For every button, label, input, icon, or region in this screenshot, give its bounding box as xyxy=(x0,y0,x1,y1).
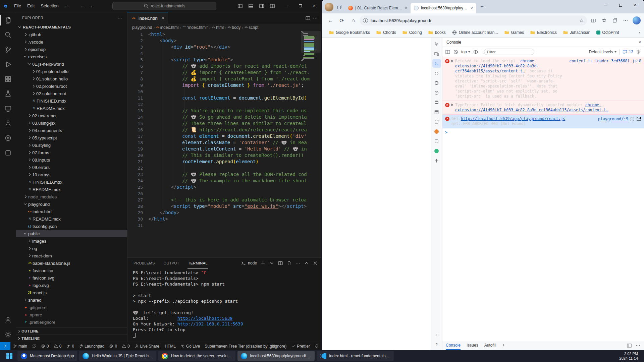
tree-item-09-errors[interactable]: 09.errors xyxy=(16,164,127,171)
tab-actions-icon[interactable] xyxy=(335,3,343,11)
tree-item-og[interactable]: og xyxy=(16,245,127,252)
testing-icon[interactable] xyxy=(0,86,16,101)
info-icon[interactable]: i xyxy=(630,117,634,121)
browser-page[interactable] xyxy=(322,38,431,350)
remote-explorer-icon[interactable] xyxy=(0,101,16,116)
more-tools-icon[interactable] xyxy=(432,330,441,339)
taskbar-button-edge[interactable]: Hello World in JS | Epic React by K... xyxy=(79,351,156,361)
tree-item-01-problem-hello[interactable]: 01.problem.hello xyxy=(16,68,127,75)
errors-secondary[interactable]: 0 xyxy=(107,342,119,350)
favorite-books[interactable]: books xyxy=(425,29,448,36)
code-line-24[interactable]: 24 // 🐨 The example in the markdown file… xyxy=(127,178,321,184)
tree-item-10-arrays[interactable]: 10.arrays xyxy=(16,171,127,178)
favorite-games[interactable]: Games xyxy=(501,29,527,36)
command-center-search[interactable]: react-fundamentals xyxy=(112,2,216,10)
start-button[interactable] xyxy=(3,351,15,361)
minimize-button[interactable] xyxy=(279,0,293,12)
console-prompt[interactable]: > xyxy=(442,128,644,137)
tree-item-03-using-jsx[interactable]: 03.using-jsx xyxy=(16,119,127,127)
breadcrumb-item[interactable]: <>index.html xyxy=(156,25,178,30)
code-line-30[interactable]: 30</html> xyxy=(127,216,321,222)
code-line-19[interactable]: 19 element.textContent = 'Hello World' /… xyxy=(127,146,321,152)
maximize-button[interactable] xyxy=(613,0,628,10)
drawer-tab-console[interactable]: Console xyxy=(446,341,461,350)
browser-profile-avatar[interactable] xyxy=(325,3,333,11)
code-line-23[interactable]: 23 // 🐨 Please replace all the DOM-relat… xyxy=(127,171,321,178)
section-timeline[interactable]: TIMELINE xyxy=(16,335,127,342)
manage-icon[interactable] xyxy=(0,327,16,342)
tree-item-02-raw-react[interactable]: 02.raw-react xyxy=(16,112,127,119)
code-line-27[interactable]: 27 <!-- this is here to add automatic br… xyxy=(127,197,321,203)
editor-tab-index-html[interactable]: <> index.html × xyxy=(127,12,168,24)
gitlens-icon[interactable] xyxy=(0,131,16,145)
tree-item--gitignore[interactable]: ◆.gitignore xyxy=(16,304,127,311)
live-expression-icon[interactable] xyxy=(473,49,478,55)
code-line-31[interactable]: 31 xyxy=(127,222,321,229)
code-line-22[interactable]: 22 xyxy=(127,165,321,171)
devtools-settings-icon[interactable] xyxy=(636,49,641,55)
problems-warnings[interactable]: 0 xyxy=(51,342,64,350)
close-button[interactable]: × xyxy=(628,0,643,10)
code-line-5[interactable]: 5 <script type="module"> xyxy=(127,57,321,63)
live-share-icon[interactable] xyxy=(0,116,16,131)
extension-cookie-icon[interactable] xyxy=(432,127,441,136)
customize-layout-icon[interactable] xyxy=(268,2,277,10)
taskbar-clock[interactable]: 2:02 PM 2024-11-14 xyxy=(620,351,641,361)
split-screen-icon[interactable] xyxy=(588,15,598,25)
code-line-3[interactable]: 3 <div id="root"></div> xyxy=(127,44,321,50)
menu-file[interactable]: File xyxy=(11,2,24,10)
code-line-29[interactable]: 29 </body> xyxy=(127,209,321,216)
tree-item-epicshop[interactable]: epicshop xyxy=(16,46,127,53)
dock-side-icon[interactable] xyxy=(627,343,632,348)
log-levels-dropdown[interactable]: Default levels xyxy=(589,50,616,54)
tree-item-readme-mdx[interactable]: MREADME.mdx xyxy=(16,105,127,112)
tree-item--vscode[interactable]: .vscode xyxy=(16,38,127,46)
tree-item-07-forms[interactable]: 07.forms xyxy=(16,149,127,156)
toggle-primary-sidebar-icon[interactable] xyxy=(235,2,245,10)
git-branch[interactable]: main xyxy=(10,342,30,350)
favorites-overflow-icon[interactable]: › xyxy=(639,30,640,35)
terminal-link[interactable]: http://localhost:5639 xyxy=(177,316,232,321)
tree-item-public[interactable]: public xyxy=(16,230,127,237)
new-terminal-icon[interactable] xyxy=(260,260,266,266)
kill-terminal-icon[interactable] xyxy=(286,260,292,266)
taskbar-button-vscode[interactable]: index.html - react-fundamentals -... xyxy=(317,351,394,361)
tree-item-tsconfig-json[interactable]: {}tsconfig.json xyxy=(16,223,127,230)
code-line-4[interactable]: 4 xyxy=(127,50,321,57)
tree-item-logo-svg[interactable]: ✦logo.svg xyxy=(16,282,127,289)
toggle-panel-icon[interactable] xyxy=(246,2,256,10)
section-outline[interactable]: OUTLINE xyxy=(16,327,127,335)
problems-errors[interactable]: 0 xyxy=(39,342,51,350)
favorite-juhachiban[interactable]: Juhachiban xyxy=(560,29,593,36)
tree-item--github[interactable]: .github xyxy=(16,31,127,38)
favorite-online-account-man-[interactable]: Online account man... xyxy=(449,29,501,36)
minimize-button[interactable] xyxy=(598,0,613,10)
split-editor-icon[interactable] xyxy=(305,15,311,21)
tree-item-exercises[interactable]: exercises xyxy=(16,53,127,60)
breadcrumb-item[interactable]: playground xyxy=(132,25,152,30)
taskbar-button-chrome[interactable]: How to detect the screen resoluti... xyxy=(158,351,235,361)
tree-item-favicon-svg[interactable]: ✦favicon.svg xyxy=(16,274,127,282)
tree-item-babel-standalone-js[interactable]: JSbabel-standalone.js xyxy=(16,259,127,267)
drawer-more-icon[interactable] xyxy=(635,343,641,348)
code-line-13[interactable]: 13 // You're going to re-implement this … xyxy=(127,108,321,114)
code-line-15[interactable]: 15 // These three lines are similar to c… xyxy=(127,120,321,127)
breadcrumb-item[interactable]: """index.html" xyxy=(182,25,208,30)
components-tool-icon[interactable] xyxy=(432,137,441,145)
console-filter-input[interactable] xyxy=(484,49,534,55)
run-and-debug-icon[interactable] xyxy=(0,57,16,72)
tree-item-playground[interactable]: playground xyxy=(16,200,127,208)
tree-item-02-problem-root[interactable]: 02.problem.root xyxy=(16,82,127,90)
message-link[interactable]: http://localhost:5639/app/playground/rea… xyxy=(461,116,566,121)
profile-avatar-icon[interactable] xyxy=(633,16,641,24)
devtools-close-icon[interactable]: × xyxy=(638,39,641,45)
minimap[interactable] xyxy=(301,31,321,81)
tree-item-images[interactable]: images xyxy=(16,237,127,245)
code-line-6[interactable]: 6 // 🐨 add imports for react and react-d… xyxy=(127,63,321,69)
language-mode[interactable]: HTML xyxy=(162,342,178,350)
tree-item-01-solution-hello[interactable]: 01.solution.hello xyxy=(16,75,127,82)
extensions-icon[interactable] xyxy=(0,72,16,86)
workshop-icon[interactable] xyxy=(0,145,16,160)
expand-icon[interactable] xyxy=(451,104,453,106)
code-line-8[interactable]: 8 // 💰 import { createRoot } from './rea… xyxy=(127,76,321,82)
